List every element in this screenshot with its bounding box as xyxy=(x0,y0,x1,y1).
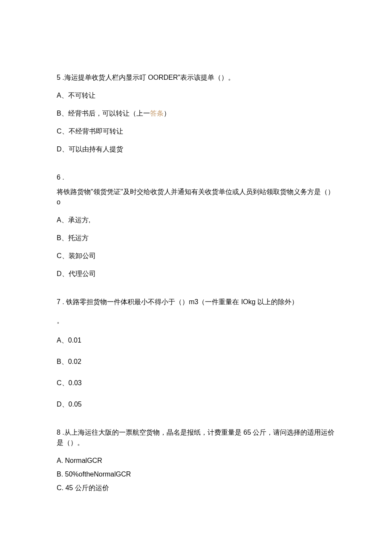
question-6-number: 6 . xyxy=(57,172,335,183)
question-7: 7 . 铁路零担货物一件体积最小不得小于（）m3（一件重量在 IOkg 以上的除… xyxy=(57,297,335,410)
option-b-prefix: B、经背书后，可以转让（上一 xyxy=(57,110,150,117)
question-6: 6 . 将铁路货物"领货凭证''及时交给收货人并通知有关收货单位或人员到站领取货… xyxy=(57,172,335,279)
question-8: 8 .从上海运往大阪的一票航空货物，晶名是报纸，计费重量是 65 公斤，请问选择… xyxy=(57,427,335,493)
question-5-stem: 5 .海运提单收货人栏内显示叮 OORDER"表示该提单（）。 xyxy=(57,73,335,83)
question-5-option-c: C、不经背书即可转让 xyxy=(57,126,335,137)
question-8-option-a: A. NormalGCR xyxy=(57,456,335,466)
question-7-stem-line2: 。 xyxy=(57,316,335,326)
question-5-option-b: B、经背书后，可以转让（上一答条） xyxy=(57,108,335,119)
question-6-option-d: D、代理公司 xyxy=(57,269,335,279)
question-5-option-d: D、可以由持有人提货 xyxy=(57,144,335,154)
question-7-option-b: B、0.02 xyxy=(57,357,335,367)
option-b-suffix: ） xyxy=(164,110,170,117)
question-7-option-a: A、0.01 xyxy=(57,335,335,346)
question-8-option-c: C. 45 公斤的运价 xyxy=(57,483,335,493)
question-6-option-c: C、装卸公司 xyxy=(57,251,335,261)
question-6-stem: 将铁路货物"领货凭证''及时交给收货人并通知有关收货单位或人员到站领取货物义务方… xyxy=(57,187,335,207)
answer-link[interactable]: 答条 xyxy=(150,110,164,117)
question-7-stem-line1: 7 . 铁路零担货物一件体积最小不得小于（）m3（一件重量在 IOkg 以上的除… xyxy=(57,297,335,307)
question-7-option-d: D、0.05 xyxy=(57,399,335,410)
question-8-option-b: B. 50%oftheNormalGCR xyxy=(57,469,335,479)
question-7-option-c: C、0.03 xyxy=(57,378,335,388)
document-page: 5 .海运提单收货人栏内显示叮 OORDER"表示该提单（）。 A、不可转让 B… xyxy=(0,0,392,555)
question-5: 5 .海运提单收货人栏内显示叮 OORDER"表示该提单（）。 A、不可转让 B… xyxy=(57,73,335,154)
question-6-option-b: B、托运方 xyxy=(57,233,335,243)
question-6-option-a: A、承运方, xyxy=(57,215,335,225)
question-5-option-a: A、不可转让 xyxy=(57,90,335,101)
question-8-stem: 8 .从上海运往大阪的一票航空货物，晶名是报纸，计费重量是 65 公斤，请问选择… xyxy=(57,427,335,448)
